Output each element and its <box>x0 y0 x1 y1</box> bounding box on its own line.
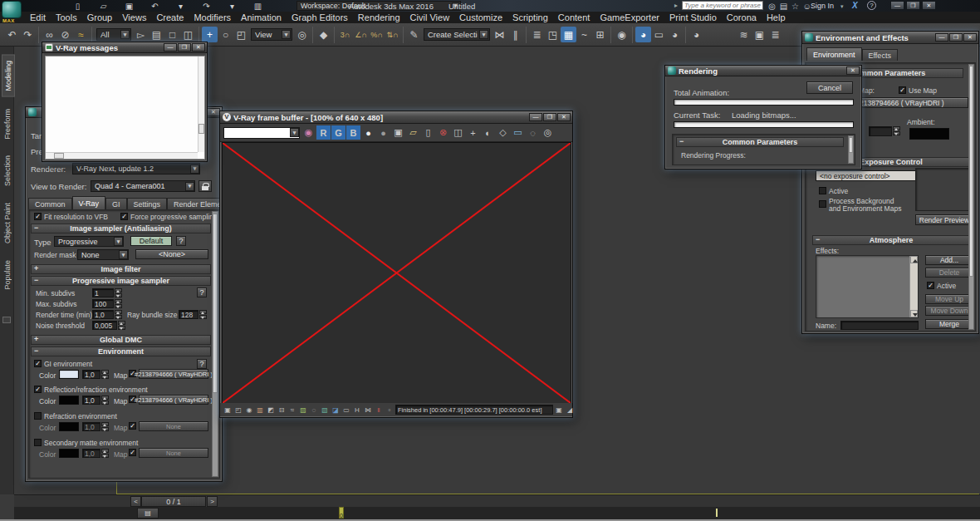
expand-vfb-icon[interactable]: ▣ <box>554 405 564 415</box>
schematic-view-icon[interactable]: ⊞ <box>592 27 608 42</box>
spinner-up-icon[interactable] <box>118 321 125 325</box>
save-image-button[interactable]: ▣ <box>391 125 405 140</box>
use-map-checkbox[interactable] <box>899 86 906 94</box>
type-dropdown[interactable]: Progressive <box>54 236 124 247</box>
gi-multiplier-field[interactable]: 1,0 <box>82 370 100 379</box>
background-image-icon[interactable]: ◌ <box>309 405 319 415</box>
reflection-map-button[interactable]: #2138794666 ( VRayHDRI ) <box>139 395 208 405</box>
ribbon-tab-freeform[interactable]: Freeform <box>2 104 13 145</box>
scene-explorer-icon[interactable]: ▦ <box>561 27 576 42</box>
ribbon-tab-selection[interactable]: Selection <box>2 150 13 191</box>
rectangular-selection-icon[interactable]: □ <box>164 27 180 42</box>
levels-icon[interactable]: ⊟ <box>277 405 287 415</box>
ribbon-tab-modeling[interactable]: Modeling <box>2 55 15 97</box>
expand-icon[interactable] <box>34 335 38 343</box>
layer-manager-icon[interactable]: ≣ <box>529 27 545 42</box>
rollout-progressive-sampler[interactable]: Progressive image sampler <box>31 276 211 286</box>
half-res-icon[interactable]: H <box>352 405 362 415</box>
browse-images-icon[interactable]: ◰ <box>233 405 243 415</box>
maximize-icon[interactable]: ❐ <box>949 33 963 42</box>
help-button[interactable]: ? <box>176 236 186 246</box>
collapse-icon[interactable] <box>816 235 820 243</box>
load-image-button[interactable]: ▱ <box>406 125 420 140</box>
select-and-manipulate-icon[interactable]: ◆ <box>316 27 331 42</box>
horizontal-scrollbar[interactable] <box>46 152 198 159</box>
time-slider-marker[interactable]: 0 <box>339 507 344 519</box>
redo-icon[interactable]: ↷ <box>200 1 213 12</box>
render-in-cloud-icon[interactable]: ≋ <box>736 27 752 42</box>
select-and-rotate-icon[interactable]: ○ <box>218 27 233 42</box>
default-button[interactable]: Default <box>130 236 172 246</box>
exchange-apps-icon[interactable]: X <box>852 1 858 10</box>
close-icon[interactable]: ✕ <box>963 33 977 42</box>
rollout-common-parameters[interactable]: Common Parameters <box>676 137 844 147</box>
select-by-name-icon[interactable]: ▤ <box>149 27 164 42</box>
rollout-image-sampler[interactable]: Image sampler (Antialiasing) <box>31 224 211 233</box>
max-subdivs-field[interactable]: 100 <box>92 299 114 308</box>
spinner-up-icon[interactable] <box>101 370 109 374</box>
maximize-icon[interactable]: ❐ <box>543 113 556 121</box>
max-logo[interactable] <box>2 1 22 18</box>
scrollbar-grip[interactable] <box>54 153 64 159</box>
reflection-environment-checkbox[interactable] <box>34 386 42 393</box>
red-channel-button[interactable]: R <box>316 125 331 140</box>
minimize-icon[interactable]: — <box>529 113 542 121</box>
bind-to-space-warp-icon[interactable]: ≈ <box>73 27 89 42</box>
knowledge-search-icon[interactable]: ◎ <box>767 1 777 11</box>
channel-select-dropdown[interactable] <box>223 127 300 139</box>
rendered-frame-window-icon[interactable]: ▭ <box>651 27 667 42</box>
help-button[interactable]: ? <box>197 359 207 369</box>
maximize-button[interactable]: ❐ <box>906 1 920 10</box>
batch-render-icon[interactable]: ≣ <box>767 27 783 42</box>
track-bar[interactable]: ▤ 0 <box>14 507 980 519</box>
fit-resolution-checkbox[interactable] <box>34 213 42 220</box>
select-and-move-icon[interactable]: + <box>202 27 218 42</box>
reflection-color-swatch[interactable] <box>59 396 79 405</box>
process-background-checkbox[interactable] <box>819 200 826 208</box>
undo-icon[interactable]: ↶ <box>149 1 161 12</box>
secondary-matte-checkbox[interactable] <box>34 439 42 446</box>
render-preview-button[interactable]: Render Preview <box>915 214 973 225</box>
minimize-icon[interactable]: — <box>935 33 948 42</box>
render-production-icon[interactable]: ◕ <box>667 27 683 42</box>
menu-rendering[interactable]: Rendering <box>353 12 405 23</box>
window-crossing-icon[interactable]: ◫ <box>180 27 196 42</box>
white-balance-icon[interactable]: ◩ <box>266 405 276 415</box>
menu-group[interactable]: Group <box>82 12 118 23</box>
keyboard-override-icon[interactable]: ✎ <box>406 27 422 42</box>
stereo-red-blue-icon[interactable]: ‖ <box>374 405 384 415</box>
undo-dropdown-icon[interactable]: ▾ <box>174 1 187 12</box>
reference-coordinate-dropdown[interactable]: View <box>251 28 292 41</box>
scrollbar-thumb[interactable] <box>213 214 218 393</box>
menu-gameexporter[interactable]: GameExporter <box>595 12 664 23</box>
collapse-icon[interactable] <box>34 224 38 232</box>
secondary-matte-multiplier-field[interactable]: 1,0 <box>82 449 100 458</box>
sign-in-chevron-icon[interactable]: ▾ <box>840 3 844 10</box>
resize-grip-icon[interactable]: ◢ <box>565 405 575 415</box>
refraction-map-checkbox[interactable] <box>129 422 136 430</box>
merge-button[interactable]: Merge <box>925 319 973 329</box>
render-iterative-icon[interactable]: ◕ <box>688 27 704 42</box>
redo-button[interactable]: ↷ <box>20 27 36 42</box>
image-info-icon[interactable]: ◉ <box>244 405 254 415</box>
mini-curve-editor-button[interactable]: ▤ <box>137 508 159 519</box>
ribbon-minimize-icon[interactable] <box>2 317 11 323</box>
add-effect-button[interactable]: Add... <box>925 255 973 265</box>
tab-gi[interactable]: GI <box>105 198 127 209</box>
spinner-up-icon[interactable] <box>115 288 122 292</box>
compare-icon[interactable]: ⋈ <box>363 405 373 415</box>
menu-customize[interactable]: Customize <box>454 12 507 23</box>
minimize-icon[interactable]: — <box>164 43 177 52</box>
srgb-icon[interactable]: ▭ <box>341 405 351 415</box>
force-progressive-checkbox[interactable] <box>120 213 128 220</box>
lens-effects-button[interactable]: ◎ <box>541 125 555 140</box>
color-corrections-button[interactable]: ◐ <box>481 125 495 140</box>
close-icon[interactable]: ✕ <box>846 66 860 75</box>
menu-edit[interactable]: Edit <box>25 12 51 23</box>
gi-map-button[interactable]: #2138794666 ( VRayHDRI ) <box>139 369 208 379</box>
redo-dropdown-icon[interactable]: ▾ <box>226 1 238 12</box>
maximize-icon[interactable]: ❐ <box>178 43 191 52</box>
vfb-titlebar[interactable]: V V-Ray frame buffer - [100% of 640 x 48… <box>220 111 572 124</box>
alpha-channel-button[interactable]: ● <box>361 125 375 140</box>
spinner-down-icon[interactable] <box>115 293 122 297</box>
